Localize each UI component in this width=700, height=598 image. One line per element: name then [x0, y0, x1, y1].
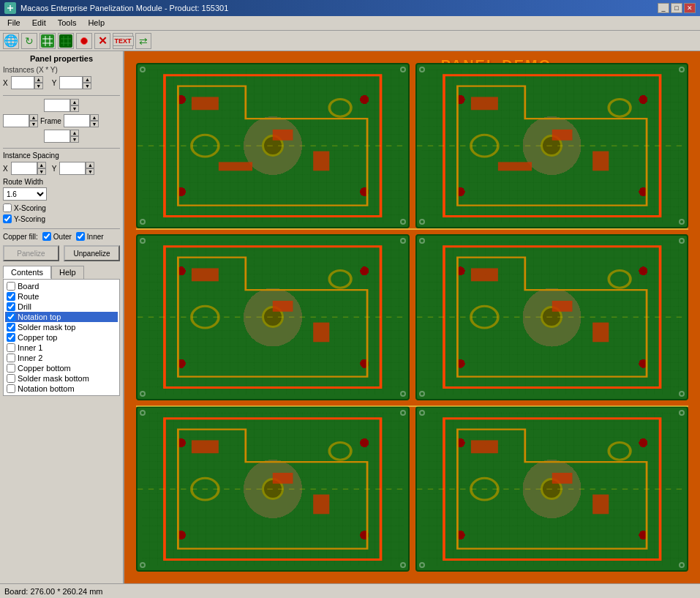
- spacing-y-up[interactable]: ▲: [86, 162, 94, 168]
- stop-icon: [80, 37, 88, 45]
- unpanelize-button[interactable]: Unpanelize: [64, 245, 120, 261]
- bottom-spacing-spinbox[interactable]: 10.0 ▲ ▼: [44, 130, 79, 143]
- outer-checkbox[interactable]: [42, 232, 51, 241]
- panelize-button[interactable]: Panelize: [3, 245, 59, 261]
- y-scoring-check[interactable]: Y-Scoring: [3, 214, 45, 223]
- spacing-y-down[interactable]: ▼: [86, 168, 94, 175]
- menu-help[interactable]: Help: [83, 18, 109, 29]
- list-item-checkbox[interactable]: [7, 354, 15, 362]
- close-x-button[interactable]: ✕: [94, 33, 110, 49]
- instance-x-up[interactable]: ▲: [34, 76, 43, 83]
- spacing-x-input[interactable]: 10.0: [11, 162, 37, 175]
- list-item[interactable]: Copper bottom: [5, 363, 118, 373]
- route-width-select[interactable]: 1.6: [3, 187, 47, 201]
- top-spacing-input[interactable]: 10.0: [44, 99, 70, 112]
- grid-green-button[interactable]: [39, 33, 56, 49]
- y-scoring-checkbox[interactable]: [3, 214, 12, 223]
- top-spacing-down[interactable]: ▼: [70, 105, 79, 112]
- list-item[interactable]: Board: [5, 281, 118, 291]
- list-item-checkbox[interactable]: [7, 313, 15, 321]
- frame-left-input[interactable]: 10.0: [3, 114, 29, 127]
- inner-checkbox[interactable]: [76, 232, 85, 241]
- inner-check[interactable]: Inner: [76, 232, 104, 241]
- svg-rect-27: [192, 269, 219, 282]
- list-item-checkbox[interactable]: [7, 302, 15, 311]
- spacing-x-spinbox[interactable]: 10.0 ▲ ▼: [11, 162, 46, 175]
- close-button[interactable]: ✕: [684, 3, 696, 13]
- x-scoring-checkbox[interactable]: [3, 203, 12, 212]
- frame-right-up[interactable]: ▲: [90, 114, 99, 121]
- instance-y-input[interactable]: 3: [59, 76, 83, 89]
- list-item[interactable]: Route: [5, 291, 118, 302]
- list-item[interactable]: Inner 1: [5, 343, 118, 353]
- grid-dark-button[interactable]: [58, 33, 74, 49]
- svg-rect-3: [41, 34, 54, 48]
- spacing-x-up[interactable]: ▲: [37, 162, 46, 168]
- menu-tools[interactable]: Tools: [53, 18, 81, 29]
- bottom-spacing-up[interactable]: ▲: [70, 130, 79, 136]
- frame-left-up[interactable]: ▲: [29, 114, 38, 121]
- list-item[interactable]: Notation top: [5, 312, 118, 322]
- instance-x-input[interactable]: 2: [11, 76, 34, 89]
- list-item[interactable]: Solder mask top: [5, 322, 118, 332]
- spacing-y-input[interactable]: 1.60: [59, 162, 86, 175]
- instance-y-spinbox[interactable]: 3 ▲ ▼: [59, 76, 91, 89]
- svg-rect-45: [470, 440, 497, 453]
- list-item[interactable]: Notation bottom: [5, 384, 118, 394]
- svg-rect-46: [552, 473, 572, 484]
- x-scoring-label: X-Scoring: [14, 204, 46, 212]
- frame-right-down[interactable]: ▼: [90, 121, 99, 127]
- list-item-label: Drill: [18, 302, 31, 311]
- y-scoring-label: Y-Scoring: [14, 215, 45, 223]
- list-item[interactable]: Inner 2: [5, 353, 118, 363]
- tab-contents[interactable]: Contents: [3, 266, 51, 279]
- globe-button[interactable]: 🌐: [3, 33, 19, 49]
- panel-properties-title: Panel properties: [3, 54, 120, 63]
- list-item-checkbox[interactable]: [7, 343, 15, 352]
- instances-label: Instances (X * Y): [3, 66, 120, 74]
- text-button[interactable]: TEXT: [113, 33, 133, 49]
- instance-x-spinbox[interactable]: 2 ▲ ▼: [11, 76, 43, 89]
- spacing-y-spinbox[interactable]: 1.60 ▲ ▼: [59, 162, 94, 175]
- bottom-spacing-input[interactable]: 10.0: [44, 130, 70, 143]
- list-item-checkbox[interactable]: [7, 384, 15, 393]
- frame-left-spinbox[interactable]: 10.0 ▲ ▼: [3, 114, 38, 127]
- svg-point-49: [609, 442, 631, 460]
- arrow-button[interactable]: ⇄: [135, 33, 151, 49]
- frame-right-spinbox[interactable]: 10.0 ▲ ▼: [64, 114, 99, 127]
- refresh-button[interactable]: ↻: [21, 33, 37, 49]
- stop-button[interactable]: [76, 33, 92, 49]
- pcb-board-2: [415, 63, 689, 228]
- spacing-x-down[interactable]: ▼: [37, 168, 46, 175]
- list-item-checkbox[interactable]: [7, 364, 15, 373]
- instance-x-down[interactable]: ▼: [34, 83, 43, 89]
- list-item-checkbox[interactable]: [7, 374, 15, 383]
- sidebar: Panel properties Instances (X * Y) X 2 ▲…: [0, 51, 124, 583]
- outer-check[interactable]: Outer: [42, 232, 72, 241]
- spacing-x-label: X: [3, 165, 8, 173]
- contents-panel: BoardRouteDrillNotation topSolder mask t…: [3, 279, 120, 396]
- x-scoring-check[interactable]: X-Scoring: [3, 203, 46, 212]
- top-spacing-up[interactable]: ▲: [70, 99, 79, 105]
- minimize-button[interactable]: _: [658, 3, 669, 13]
- instance-y-down[interactable]: ▼: [83, 83, 91, 89]
- list-item-label: Copper bottom: [18, 364, 71, 373]
- status-bar: Board: 276.00 * 260.24 mm: [0, 583, 700, 598]
- frame-left-down[interactable]: ▼: [29, 121, 38, 127]
- list-item[interactable]: Copper top: [5, 332, 118, 343]
- top-spacing-spinbox[interactable]: 10.0 ▲ ▼: [44, 99, 79, 112]
- maximize-button[interactable]: □: [671, 3, 682, 13]
- list-item-checkbox[interactable]: [7, 323, 15, 332]
- list-item[interactable]: Solder mask bottom: [5, 373, 118, 384]
- list-item[interactable]: Drill: [5, 302, 118, 312]
- list-item-checkbox[interactable]: [7, 282, 15, 291]
- bottom-spacing-down[interactable]: ▼: [70, 136, 79, 143]
- list-item-checkbox[interactable]: [7, 292, 15, 301]
- instance-y-up[interactable]: ▲: [83, 76, 91, 83]
- menu-edit[interactable]: Edit: [28, 18, 50, 29]
- frame-right-input[interactable]: 10.0: [64, 114, 90, 127]
- list-item-checkbox[interactable]: [7, 333, 15, 342]
- tab-help[interactable]: Help: [51, 266, 84, 279]
- list-item-label: Board: [18, 282, 39, 291]
- menu-file[interactable]: File: [3, 18, 25, 29]
